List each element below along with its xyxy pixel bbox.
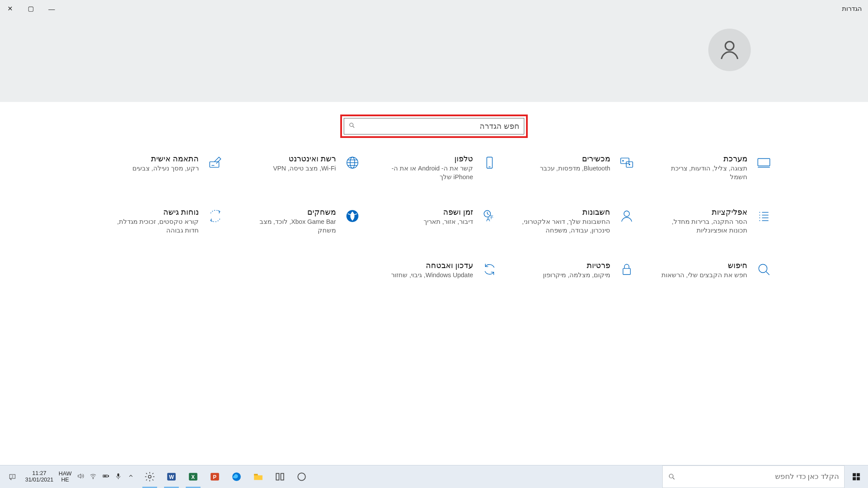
- maximize-button[interactable]: ▢: [27, 5, 35, 13]
- svg-point-8: [629, 164, 630, 165]
- category-desc: מיקום, מצלמה, מיקרופון: [543, 271, 610, 280]
- svg-point-44: [148, 475, 151, 478]
- gaming-icon: [344, 207, 361, 225]
- settings-search[interactable]: [344, 118, 524, 134]
- svg-line-29: [487, 214, 489, 215]
- taskbar-settings-button[interactable]: [139, 465, 161, 488]
- taskbar-search-input[interactable]: [676, 472, 839, 481]
- start-button[interactable]: [845, 465, 868, 488]
- taskbar-explorer-button[interactable]: [247, 465, 269, 488]
- category-title: עדכון ואבטחה: [391, 261, 473, 270]
- category-phone[interactable]: טלפוןקשר את ה- Android או את ה- iPhone ש…: [370, 154, 498, 181]
- svg-rect-54: [281, 473, 284, 480]
- svg-point-56: [669, 474, 673, 478]
- volume-icon[interactable]: [77, 472, 84, 481]
- settings-categories-grid: מערכתתצוגה, צליל, הודעות, צריכת חשמל מכש…: [95, 154, 773, 280]
- search-icon: [668, 473, 676, 481]
- svg-rect-40: [108, 475, 108, 477]
- action-center-button[interactable]: 2: [4, 473, 20, 481]
- settings-search-input[interactable]: [355, 122, 519, 131]
- category-title: מכשירים: [540, 154, 610, 164]
- category-title: נוחות גישה: [103, 207, 199, 217]
- svg-text:P: P: [213, 474, 217, 480]
- titlebar: הגדרות ― ▢ ✕: [0, 0, 868, 17]
- category-time-language[interactable]: A字 זמן ושפהדיבור, אזור, תאריך: [370, 207, 498, 235]
- taskbar: 2 11:27 31/01/2021 HAW HE W X P: [0, 465, 868, 488]
- svg-point-55: [298, 473, 305, 480]
- window-title: הגדרות: [842, 5, 862, 13]
- category-title: טלפון: [378, 154, 473, 164]
- category-apps[interactable]: אפליקציותהסר התקנה, ברירות מחדל, תכונות …: [644, 207, 773, 235]
- wifi-icon[interactable]: [89, 472, 97, 481]
- user-avatar[interactable]: [708, 29, 751, 71]
- svg-point-26: [624, 211, 630, 216]
- category-desc: הסר התקנה, ברירות מחדל, תכונות אופציונלי…: [652, 218, 747, 235]
- taskbar-apps: W X P: [139, 465, 312, 488]
- taskbar-word-button[interactable]: W: [161, 465, 182, 488]
- svg-point-7: [622, 160, 623, 161]
- category-desc: קורא טקסטים, זכוכית מגדלת, חדות גבוהה: [103, 218, 199, 235]
- category-devices[interactable]: מכשיריםBluetooth, מדפסות, עכבר: [507, 154, 635, 181]
- taskbar-date: 31/01/2021: [25, 477, 53, 483]
- lock-icon: [618, 261, 635, 278]
- svg-point-33: [759, 265, 767, 273]
- category-desc: החשבונות שלך, דואר אלקטרוני, סינכרון, עב…: [515, 218, 610, 235]
- svg-rect-35: [623, 269, 631, 275]
- svg-line-2: [353, 126, 354, 128]
- paint-icon: [207, 154, 224, 171]
- taskbar-excel-button[interactable]: X: [182, 465, 204, 488]
- category-title: זמן ושפה: [424, 207, 473, 217]
- svg-rect-60: [853, 477, 856, 480]
- account-icon: [618, 207, 635, 225]
- svg-point-38: [93, 478, 93, 478]
- close-button[interactable]: ✕: [6, 5, 14, 13]
- microphone-icon[interactable]: [115, 472, 122, 481]
- svg-rect-42: [117, 473, 119, 477]
- svg-rect-61: [857, 477, 860, 480]
- taskbar-cortana-button[interactable]: [291, 465, 312, 488]
- devices-icon: [618, 154, 635, 171]
- taskbar-powerpoint-button[interactable]: P: [204, 465, 226, 488]
- update-icon: [481, 261, 498, 278]
- tray-chevron-icon[interactable]: [127, 472, 135, 481]
- category-title: חשבונות: [515, 207, 610, 217]
- time-language-icon: A字: [481, 207, 498, 225]
- svg-rect-53: [276, 473, 279, 480]
- minimize-button[interactable]: ―: [48, 5, 56, 13]
- category-system[interactable]: מערכתתצוגה, צליל, הודעות, צריכת חשמל: [644, 154, 773, 181]
- category-gaming[interactable]: משחקיםXbox Game Bar, לוכד, מצב משחק: [233, 207, 361, 235]
- svg-rect-59: [857, 473, 860, 476]
- svg-line-57: [673, 478, 674, 479]
- category-search[interactable]: חיפושחפש את הקבצים שלי, הרשאות: [644, 261, 773, 280]
- category-accounts[interactable]: חשבונותהחשבונות שלך, דואר אלקטרוני, סינכ…: [507, 207, 635, 235]
- svg-text:2: 2: [12, 475, 13, 478]
- category-title: התאמה אישית: [132, 154, 199, 164]
- system-tray: 2 11:27 31/01/2021 HAW HE: [0, 465, 139, 488]
- category-desc: קשר את ה- Android או את ה- iPhone שלך: [378, 164, 473, 181]
- person-icon: [717, 38, 742, 62]
- phone-icon: [481, 154, 498, 171]
- category-ease-of-access[interactable]: נוחות גישהקורא טקסטים, זכוכית מגדלת, חדו…: [95, 207, 224, 235]
- svg-point-1: [350, 123, 353, 127]
- taskbar-search[interactable]: [662, 465, 845, 488]
- taskbar-clock[interactable]: 11:27 31/01/2021: [25, 470, 53, 483]
- category-personalization[interactable]: התאמה אישיתרקע, מסך נעילה, צבעים: [95, 154, 224, 181]
- category-title: אפליקציות: [652, 207, 747, 217]
- taskbar-time: 11:27: [32, 470, 46, 477]
- svg-line-34: [766, 272, 769, 275]
- battery-icon[interactable]: [102, 472, 109, 481]
- svg-text:X: X: [191, 474, 195, 480]
- settings-search-highlight: [340, 115, 528, 138]
- svg-rect-3: [758, 158, 770, 166]
- globe-icon: [344, 154, 361, 171]
- category-privacy[interactable]: פרטיותמיקום, מצלמה, מיקרופון: [507, 261, 635, 280]
- taskbar-edge-button[interactable]: [226, 465, 247, 488]
- highlight-box: [340, 115, 528, 138]
- category-network[interactable]: רשת ואינטרנטWi-Fi, מצב טיסה, VPN: [233, 154, 361, 181]
- taskbar-taskview-button[interactable]: [269, 465, 291, 488]
- category-update-security[interactable]: עדכון ואבטחהWindows Update, גיבוי, שחזור: [370, 261, 498, 280]
- svg-rect-5: [621, 158, 629, 164]
- category-title: מערכת: [652, 154, 747, 164]
- category-desc: חפש את הקבצים שלי, הרשאות: [661, 271, 747, 280]
- language-indicator[interactable]: HAW HE: [59, 471, 72, 483]
